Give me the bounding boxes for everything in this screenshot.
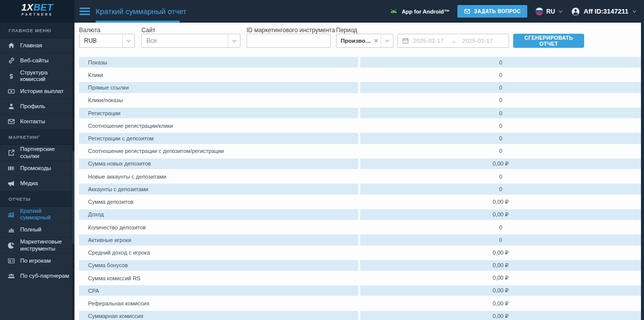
site-select[interactable]: Все — [141, 34, 240, 48]
metric-value: 0,00 ₽ — [360, 247, 641, 259]
metric-label: Соотношение регистрации/клики — [79, 119, 358, 132]
marketing-tool-id-label: ID маркетингового инструмента — [247, 27, 335, 34]
sidebar-section-header: ОТЧЕТЫ — [0, 191, 74, 207]
logo[interactable]: 1XBET PARTNERS — [0, 0, 74, 23]
sidebar-item-partner-links[interactable]: Партнерские ссылки — [0, 145, 74, 161]
android-app-link[interactable]: App for Android™ — [389, 7, 449, 16]
logo-text: 1XBET — [0, 3, 74, 13]
sidebar-item-commission-structure[interactable]: $Структура комиссий — [0, 68, 74, 84]
full-chart-icon — [7, 226, 15, 234]
metric-value: 0 — [360, 107, 641, 119]
megaphone-icon — [7, 179, 15, 187]
sidebar: ГЛАВНОЕ МЕНЮГлавнаяВеб-сайты$Структура к… — [0, 23, 74, 320]
chevron-down-icon — [558, 9, 563, 14]
mail-icon — [7, 118, 15, 126]
period-select[interactable]: Произвольн... ✕ — [336, 34, 393, 48]
generate-report-button[interactable]: СГЕНЕРИРОВАТЬ ОТЧЕТ — [513, 34, 584, 48]
metric-label: Аккаунты с депозитами — [79, 183, 358, 195]
sidebar-item-media[interactable]: Медиа — [0, 176, 74, 191]
metric-label: Количество депозитов — [79, 221, 358, 233]
sidebar-item-by-sub-partners[interactable]: По суб-партнерам — [0, 269, 74, 284]
sidebar-item-home[interactable]: Главная — [0, 38, 74, 53]
metric-label: Средний доход с игрока — [79, 247, 358, 259]
page-title: Краткий суммарный отчет — [96, 0, 187, 23]
metric-value: 0,00 ₽ — [360, 284, 641, 297]
clear-period-icon[interactable]: ✕ — [371, 38, 381, 44]
metric-label: Регистрации с депозитом — [79, 132, 358, 144]
sidebar-scrollbar-thumb[interactable] — [72, 151, 74, 244]
calendar-icon — [402, 37, 409, 44]
metric-value: 0 — [360, 68, 641, 81]
metric-label: Показы — [79, 56, 358, 68]
ask-question-button[interactable]: ЗАДАТЬ ВОПРОС — [457, 5, 527, 18]
marketing-tool-id-input[interactable] — [247, 34, 331, 48]
sidebar-item-label: Краткий суммарный — [20, 208, 70, 221]
sub-partners-icon — [7, 272, 15, 280]
metric-label: Сумма бонусов — [79, 259, 358, 272]
metric-label: Соотношение регистрации с депозитом/реги… — [79, 145, 358, 157]
metric-value: 0 — [360, 183, 641, 195]
report-row: Регистрации с депозитом0 — [79, 132, 641, 144]
sidebar-item-label: Структура комиссий — [20, 69, 70, 83]
date-to-value: 2025-02-17 — [462, 38, 493, 44]
date-range-picker[interactable]: 2025-02-17 → 2025-02-17 — [397, 34, 509, 48]
sidebar-item-websites[interactable]: Веб-сайты — [0, 53, 74, 68]
metric-value: 0,00 ₽ — [360, 196, 641, 208]
metric-label: Регистрации — [79, 107, 358, 119]
sidebar-item-label: Промокоды — [20, 165, 51, 172]
active-tab-indicator — [96, 21, 180, 23]
report-row: Соотношение регистрации/клики0 — [79, 119, 641, 132]
report-row: Клики0 — [79, 68, 641, 81]
metric-label: Клики — [79, 68, 358, 81]
sidebar-item-profile[interactable]: Профиль — [0, 99, 74, 114]
report-row: Активные игроки0 — [79, 233, 641, 246]
sidebar-item-full[interactable]: Полный — [0, 222, 74, 237]
sidebar-item-label: История выплат — [20, 88, 64, 95]
sidebar-item-label: Профиль — [20, 103, 45, 110]
metric-label: Сумма депозитов — [79, 196, 358, 208]
metric-label: Суммарная комиссия — [79, 310, 358, 320]
account-menu[interactable]: Aff ID:3147211 — [571, 7, 637, 16]
arrow-right-icon: → — [450, 37, 456, 45]
page-scrollbar[interactable] — [641, 0, 644, 320]
chevron-down-icon — [122, 34, 134, 47]
sidebar-item-label: Медиа — [20, 180, 38, 187]
metric-label: Сумма новых депозитов — [79, 157, 358, 170]
sidebar-item-promocodes[interactable]: Промокоды — [0, 161, 74, 176]
metric-value: 0,00 ₽ — [360, 272, 641, 284]
sidebar-item-short-summary[interactable]: Краткий суммарный — [0, 207, 74, 222]
sidebar-item-by-players[interactable]: По игрокам — [0, 254, 74, 269]
sidebar-item-marketing-tools[interactable]: Маркетинговые инструменты — [0, 237, 74, 253]
metric-value: 0 — [360, 56, 641, 68]
report-row: Соотношение регистрации с депозитом/реги… — [79, 145, 641, 157]
metric-value: 0,00 ₽ — [360, 259, 641, 272]
sidebar-item-payout-history[interactable]: История выплат — [0, 84, 74, 99]
sidebar-item-contacts[interactable]: Контакты — [0, 114, 74, 129]
logo-subtitle: PARTNERS — [0, 13, 74, 16]
language-selector[interactable]: RU — [535, 8, 563, 16]
currency-value: RUB — [79, 37, 122, 44]
aff-id-label: Aff ID:3147211 — [584, 8, 628, 15]
metric-value: 0 — [360, 170, 641, 183]
report-row: Регистрации0 — [79, 107, 641, 119]
report-row: Клики/показы0 — [79, 94, 641, 107]
svg-text:$: $ — [10, 72, 13, 79]
menu-toggle-icon[interactable] — [79, 8, 90, 17]
sidebar-item-label: Контакты — [20, 118, 45, 125]
report-row: Прямые ссылки0 — [79, 81, 641, 94]
metric-label: CPA — [79, 284, 358, 297]
chevron-down-icon — [381, 34, 393, 47]
pie-chart-icon — [7, 242, 15, 250]
id-card-icon — [7, 257, 15, 265]
external-link-icon — [7, 149, 15, 157]
report-row: Сумма депозитов0,00 ₽ — [79, 196, 641, 208]
metric-value: 0,00 ₽ — [360, 157, 641, 170]
currency-select[interactable]: RUB — [79, 34, 135, 48]
android-app-label: App for Android™ — [401, 9, 449, 15]
chevron-down-icon — [228, 34, 240, 47]
topbar-right: App for Android™ ЗАДАТЬ ВОПРОС RU Aff ID… — [389, 0, 637, 23]
dollar-icon: $ — [7, 72, 15, 80]
link-icon — [7, 57, 15, 65]
metric-label: Реферальная комиссия — [79, 297, 358, 309]
metric-value: 0,00 ₽ — [360, 297, 641, 309]
